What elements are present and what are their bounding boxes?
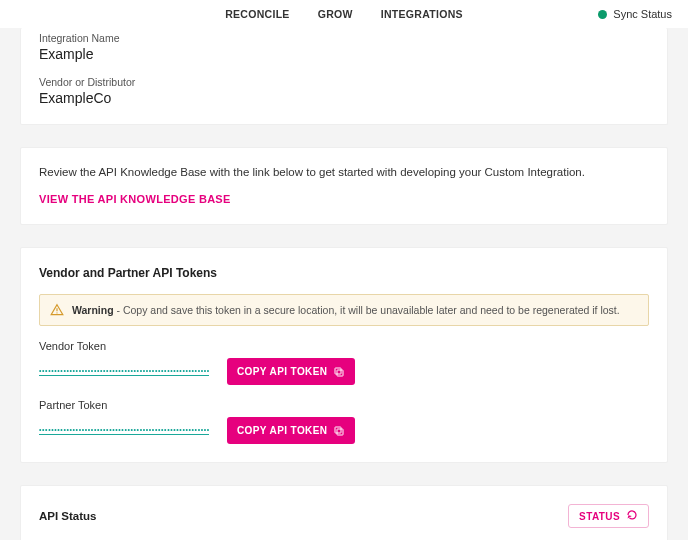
status-button-label: STATUS — [579, 511, 620, 522]
api-status-title: API Status — [39, 510, 97, 522]
vendor-field: Vendor or Distributor ExampleCo — [39, 76, 649, 106]
vendor-value: ExampleCo — [39, 90, 649, 106]
vendor-token-row: Vendor Token •••••••••••••••••••••••••••… — [39, 340, 649, 385]
warning-body: - Copy and save this token in a secure l… — [114, 304, 620, 316]
warning-icon — [50, 303, 64, 317]
top-nav: RECONCILE GROW INTEGRATIONS — [225, 8, 463, 20]
copy-button-label: COPY API TOKEN — [237, 366, 327, 377]
nav-integrations[interactable]: INTEGRATIONS — [381, 8, 463, 20]
copy-icon — [333, 366, 345, 378]
nav-grow[interactable]: GROW — [318, 8, 353, 20]
svg-rect-2 — [337, 370, 343, 376]
integration-name-field: Integration Name Example — [39, 32, 649, 62]
status-refresh-button[interactable]: STATUS — [568, 504, 649, 528]
api-status-card: API Status STATUS Status Inactive Accou — [20, 485, 668, 540]
page-content: Integration Name Example Vendor or Distr… — [0, 28, 688, 540]
vendor-token-label: Vendor Token — [39, 340, 649, 352]
warning-label: Warning — [72, 304, 114, 316]
tokens-card: Vendor and Partner API Tokens Warning - … — [20, 247, 668, 463]
integration-name-value: Example — [39, 46, 649, 62]
kb-description: Review the API Knowledge Base with the l… — [39, 166, 649, 178]
partner-token-label: Partner Token — [39, 399, 649, 411]
warning-text: Warning - Copy and save this token in a … — [72, 304, 620, 316]
partner-token-mask: ••••••••••••••••••••••••••••••••••••••••… — [39, 426, 209, 435]
integration-name-label: Integration Name — [39, 32, 649, 44]
copy-partner-token-button[interactable]: COPY API TOKEN — [227, 417, 355, 444]
copy-icon — [333, 425, 345, 437]
vendor-token-mask: ••••••••••••••••••••••••••••••••••••••••… — [39, 367, 209, 376]
svg-rect-3 — [335, 368, 341, 374]
refresh-icon — [626, 509, 638, 523]
sync-status-label: Sync Status — [613, 8, 672, 20]
svg-rect-4 — [337, 429, 343, 435]
svg-point-1 — [56, 312, 57, 313]
tokens-title: Vendor and Partner API Tokens — [39, 266, 649, 280]
copy-vendor-token-button[interactable]: COPY API TOKEN — [227, 358, 355, 385]
nav-reconcile[interactable]: RECONCILE — [225, 8, 290, 20]
kb-link[interactable]: VIEW THE API KNOWLEDGE BASE — [39, 193, 231, 205]
copy-button-label: COPY API TOKEN — [237, 425, 327, 436]
partner-token-row: Partner Token ••••••••••••••••••••••••••… — [39, 399, 649, 444]
token-warning-alert: Warning - Copy and save this token in a … — [39, 294, 649, 326]
sync-status[interactable]: Sync Status — [598, 8, 672, 20]
knowledge-base-card: Review the API Knowledge Base with the l… — [20, 147, 668, 225]
integration-details-card: Integration Name Example Vendor or Distr… — [20, 28, 668, 125]
vendor-label: Vendor or Distributor — [39, 76, 649, 88]
svg-rect-5 — [335, 427, 341, 433]
top-bar: RECONCILE GROW INTEGRATIONS Sync Status — [0, 0, 688, 28]
status-dot-icon — [598, 10, 607, 19]
